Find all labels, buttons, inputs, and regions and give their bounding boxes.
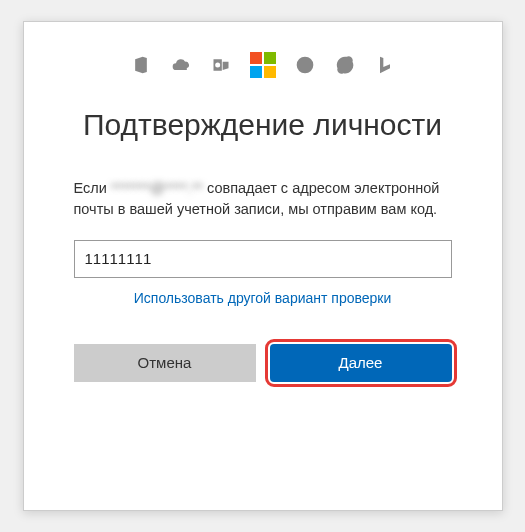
instruction-prefix: Если	[74, 180, 111, 196]
cancel-button[interactable]: Отмена	[74, 344, 256, 382]
svg-point-0	[296, 57, 313, 74]
page-title: Подтверждение личности	[74, 106, 452, 144]
microsoft-logo-icon	[250, 52, 276, 78]
xbox-icon	[294, 54, 316, 76]
verify-identity-card: Подтверждение личности Если *******@****…	[23, 21, 503, 511]
bing-icon	[374, 54, 396, 76]
verification-code-input[interactable]	[74, 240, 452, 278]
next-button[interactable]: Далее	[270, 344, 452, 382]
service-icons-row	[74, 52, 452, 78]
instruction-text: Если *******@****.** совпадает с адресом…	[74, 178, 452, 220]
outlook-icon	[210, 54, 232, 76]
masked-email: *******@****.**	[111, 180, 203, 196]
office-icon	[130, 54, 152, 76]
use-different-verification-link[interactable]: Использовать другой вариант проверки	[74, 290, 452, 306]
button-row: Отмена Далее	[74, 344, 452, 382]
skype-icon	[334, 54, 356, 76]
onedrive-icon	[170, 54, 192, 76]
